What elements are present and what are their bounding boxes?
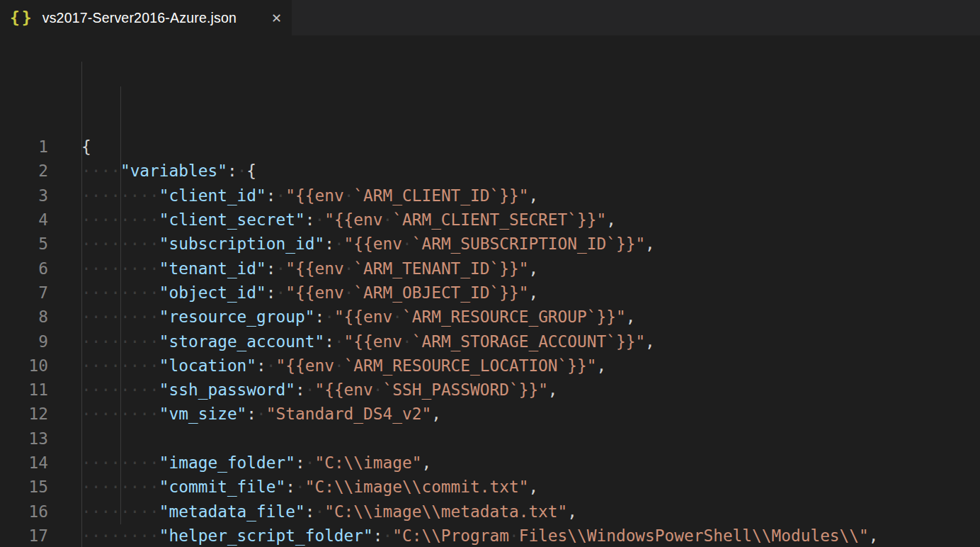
code-line-content: { [81,135,91,159]
json-punctuation: , [626,308,636,326]
code-editor[interactable]: 1{2····"variables":·{3········"client_id… [0,35,980,547]
code-line[interactable]: 14········"image_folder":·"C:\\image", [0,451,980,475]
whitespace-dots: ········ [81,186,159,205]
json-key: "helper_script_folder" [159,526,373,545]
json-punctuation: , [528,186,538,205]
whitespace-dots: · [344,186,354,205]
line-number[interactable]: 9 [0,329,48,354]
close-tab-icon[interactable]: ✕ [271,11,282,26]
code-line[interactable]: 5········"subscription_id":·"{{env·`ARM_… [0,232,980,256]
json-key: "storage_account" [159,332,324,351]
code-line[interactable]: 10········"location":·"{{env·`ARM_RESOUR… [0,354,980,378]
whitespace-dots: · [344,259,354,278]
code-line-content: ········"image_folder":·"C:\\image", [81,451,431,475]
json-string-value: "C:\\image\\metadata.txt" [324,502,567,521]
code-line-content: ········"ssh_password":·"{{env·`SSH_PASS… [81,378,558,402]
whitespace-dots: ···· [81,162,120,180]
code-line-content: ········"commit_file":·"C:\\image\\commi… [81,475,538,499]
code-line[interactable]: 15········"commit_file":·"C:\\image\\com… [0,475,980,499]
json-string-value: `ARM_SUBSCRIPTION_ID`}}" [412,235,645,253]
code-line[interactable]: 1{ [0,135,980,159]
json-string-value: `ARM_RESOURCE_GROUP`}}" [402,308,626,326]
whitespace-dots: · [344,283,354,302]
code-line[interactable]: 3········"client_id":·"{{env·`ARM_CLIENT… [0,184,980,208]
json-punctuation: : [266,283,276,302]
whitespace-dots: · [334,235,344,253]
whitespace-dots: ········ [81,380,159,399]
code-line[interactable]: 12········"vm_size":·"Standard_DS4_v2", [0,402,980,426]
whitespace-dots: · [324,308,334,326]
whitespace-dots: · [314,502,324,521]
whitespace-dots: ········ [81,356,159,375]
json-punctuation: : [295,453,305,472]
code-line-content: ········"object_id":·"{{env·`ARM_OBJECT_… [81,281,538,305]
code-line[interactable]: 16········"metadata_file":·"C:\\image\\m… [0,500,980,524]
code-line[interactable]: 7········"object_id":·"{{env·`ARM_OBJECT… [0,281,980,305]
json-string-value: `ARM_OBJECT_ID`}}" [353,283,528,302]
whitespace-dots: · [402,332,412,351]
code-line[interactable]: 4········"client_secret":·"{{env·`ARM_CL… [0,208,980,232]
tab-label: vs2017-Server2016-Azure.json [42,10,263,26]
line-number[interactable]: 14 [0,451,48,475]
code-line[interactable]: 11········"ssh_password":·"{{env·`SSH_PA… [0,378,980,402]
line-number[interactable]: 8 [0,305,48,329]
json-punctuation: : [285,478,295,496]
json-string-value: `ARM_TENANT_ID`}}" [353,259,528,278]
whitespace-dots: · [276,283,286,302]
json-string-value: "C:\\image\\commit.txt" [305,478,529,496]
whitespace-dots: · [402,235,412,253]
code-line[interactable]: 17········"helper_script_folder":·"C:\\P… [0,524,980,547]
code-line[interactable]: 13 [0,427,980,451]
json-punctuation: , [528,259,538,278]
line-number[interactable]: 10 [0,354,48,378]
whitespace-dots: ········ [81,235,159,253]
line-number[interactable]: 12 [0,402,48,426]
line-number[interactable]: 17 [0,524,48,547]
json-string-value: "Standard_DS4_v2" [266,405,431,423]
line-number[interactable]: 3 [0,184,48,208]
line-number[interactable]: 15 [0,475,48,499]
whitespace-dots: · [383,210,393,229]
code-line-content: ········"subscription_id":·"{{env·`ARM_S… [81,232,655,256]
code-line[interactable]: 6········"tenant_id":·"{{env·`ARM_TENANT… [0,256,980,281]
json-punctuation: : [246,405,256,423]
code-line-content: ········"resource_group":·"{{env·`ARM_RE… [81,305,635,329]
json-punctuation: , [528,478,538,496]
whitespace-dots: ········ [81,502,159,521]
json-string-value: `SSH_PASSWORD`}}" [383,380,548,399]
code-line[interactable]: 2····"variables":·{ [0,159,980,183]
line-number[interactable]: 2 [0,159,48,183]
whitespace-dots: · [305,453,315,472]
json-key: "object_id" [159,283,266,302]
line-number[interactable]: 1 [0,135,48,159]
line-number[interactable]: 4 [0,208,48,232]
line-number[interactable]: 6 [0,256,48,281]
json-punctuation: , [645,332,655,351]
json-string-value: `ARM_CLIENT_ID`}}" [353,186,528,205]
json-punctuation: : [324,235,334,253]
tab-vs2017-server2016-azure-json[interactable]: {} vs2017-Server2016-Azure.json ✕ [0,0,292,35]
code-line[interactable]: 9········"storage_account":·"{{env·`ARM_… [0,329,980,354]
json-string-value: "{{env [344,235,402,253]
json-punctuation: : [373,526,383,545]
json-key: "ssh_password" [159,380,295,399]
json-string-value: "{{env [285,259,343,278]
json-string-value: `ARM_RESOURCE_LOCATION`}}" [344,356,597,375]
json-key: "metadata_file" [159,502,305,521]
whitespace-dots: ········ [81,332,159,351]
whitespace-dots: ········ [81,283,159,302]
whitespace-dots: ········ [81,259,159,278]
line-number[interactable]: 11 [0,378,48,402]
line-number[interactable]: 16 [0,500,48,524]
json-punctuation: { [246,162,256,180]
line-number[interactable]: 5 [0,232,48,256]
code-line[interactable]: 8········"resource_group":·"{{env·`ARM_R… [0,305,980,329]
json-punctuation: , [421,453,431,472]
whitespace-dots: ········ [81,405,159,423]
line-number[interactable]: 7 [0,281,48,305]
json-string-value: "C:\\Program [392,526,509,545]
whitespace-dots: · [295,478,305,496]
line-number[interactable]: 13 [0,427,48,451]
code-lines: 1{2····"variables":·{3········"client_id… [0,135,980,547]
tab-bar: {} vs2017-Server2016-Azure.json ✕ [0,0,980,35]
